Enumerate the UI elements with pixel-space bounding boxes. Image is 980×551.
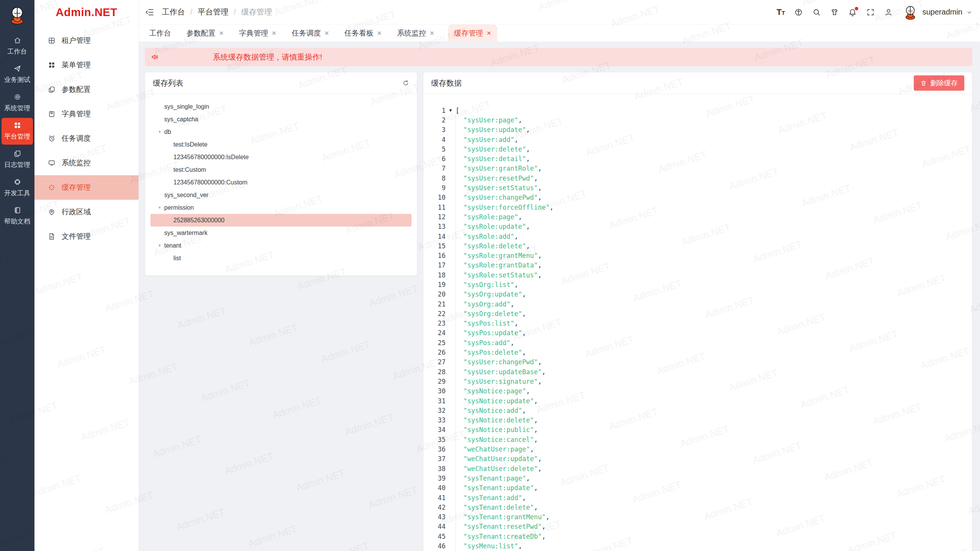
tree-item-label: test:Custom [173, 166, 206, 173]
line-number: 11 [423, 204, 446, 211]
delete-cache-button[interactable]: 删除缓存 [914, 75, 964, 91]
secondary-menu-item[interactable]: 系统监控 [34, 151, 139, 175]
tab-close-icon[interactable]: ✕ [272, 30, 277, 37]
tree-item[interactable]: sys_captcha [150, 113, 412, 126]
code-line: 9 "sysUser:setStatus", [423, 183, 972, 192]
refresh-icon[interactable] [402, 80, 409, 86]
tree-caret-icon[interactable]: ▾ [157, 205, 162, 210]
tree-item[interactable]: sys_wartermark [150, 227, 412, 239]
tree-item[interactable]: 123456780000000:IsDelete [150, 151, 412, 163]
tree-item[interactable]: ▾ db [150, 126, 412, 138]
collapse-menu-icon[interactable] [145, 8, 154, 17]
tree-item[interactable]: test:Custom [150, 163, 412, 176]
line-number: 6 [423, 155, 446, 163]
tab[interactable]: 系统监控 ✕ [395, 24, 436, 42]
breadcrumb-item[interactable]: 工作台 [162, 7, 185, 17]
line-number: 34 [423, 426, 446, 434]
tab[interactable]: 任务调度 ✕ [290, 24, 331, 42]
tree-item[interactable]: ▾ permission [150, 201, 412, 214]
brand-mascot-logo[interactable] [7, 5, 28, 25]
primary-sidebar-item[interactable]: 业务测试 [2, 61, 33, 88]
code-line: 46 "sysMenu:list", [423, 541, 972, 551]
primary-sidebar-item-label: 帮助文档 [4, 217, 30, 226]
tab[interactable]: 任务看板 ✕ [343, 24, 384, 42]
tree-item[interactable]: ▾ tenant [150, 239, 412, 252]
secondary-menu-item[interactable]: 参数配置 [34, 77, 139, 102]
tenant-icon [48, 37, 56, 44]
user-icon[interactable] [884, 8, 893, 16]
tab-label: 任务调度 [292, 28, 321, 38]
theme-icon[interactable] [830, 8, 839, 16]
code-line: 33 "sysNotice:delete", [423, 416, 972, 425]
primary-sidebar-item-label: 工作台 [8, 47, 27, 56]
secondary-menu-item-label: 缓存管理 [62, 183, 91, 192]
tab-close-icon[interactable]: ✕ [487, 30, 492, 37]
mascot-icon [7, 5, 28, 25]
primary-sidebar-item[interactable]: 日志管理 [2, 146, 33, 173]
schedule-icon [48, 135, 56, 142]
code-line: 42 "sysTenant:delete", [423, 502, 972, 512]
fullscreen-icon[interactable] [866, 8, 875, 16]
line-number: 38 [423, 465, 446, 473]
json-viewer[interactable]: 1 ▼ [ 2 "sysUser:page", 3 "sysUser:updat… [423, 94, 972, 551]
tree-item[interactable]: sys_single_login [150, 100, 412, 113]
tab[interactable]: 参数配置 ✕ [185, 24, 226, 42]
notification-bell-icon[interactable] [848, 8, 857, 16]
warning-alert: 系统缓存数据管理，请慎重操作! [145, 48, 972, 66]
line-number: 45 [423, 533, 446, 540]
secondary-sidebar: Admin.NET 租户管理 菜单管理 参数配置 字典管理 任务调度 系统监控 … [34, 0, 139, 551]
tab-close-icon[interactable]: ✕ [324, 30, 329, 37]
home-icon [13, 36, 21, 44]
tree-item[interactable]: 123456780000000:Custom [150, 176, 412, 189]
line-number: 16 [423, 252, 446, 259]
region-icon [48, 208, 56, 216]
user-menu[interactable]: superadmin [902, 4, 972, 20]
primary-sidebar-item[interactable]: 系统管理 [2, 90, 33, 116]
secondary-menu-item[interactable]: 行政区域 [34, 200, 139, 224]
line-number: 19 [423, 281, 446, 289]
line-number: 13 [423, 223, 446, 230]
menu-grid-icon [48, 61, 56, 69]
chevron-down-icon [966, 9, 972, 15]
secondary-menu-item[interactable]: 任务调度 [34, 126, 139, 151]
tree-item[interactable]: sys_second_ver [150, 189, 412, 201]
secondary-menu-item[interactable]: 菜单管理 [34, 53, 139, 77]
tab[interactable]: 缓存管理 ✕ [448, 24, 498, 42]
code-line: 36 "weChatUser:page", [423, 444, 972, 454]
notebook-icon [13, 206, 21, 214]
tab[interactable]: 字典管理 ✕ [237, 24, 279, 42]
line-number: 28 [423, 368, 446, 376]
line-number: 12 [423, 213, 446, 221]
secondary-menu-item[interactable]: 租户管理 [34, 28, 139, 53]
code-line: 23 "sysPos:list", [423, 319, 972, 328]
language-icon[interactable] [794, 8, 803, 16]
code-line: 32 "sysNotice:add", [423, 406, 972, 415]
grid-icon [13, 121, 21, 129]
primary-sidebar-item[interactable]: 平台管理 [2, 118, 33, 145]
primary-sidebar-item[interactable]: 开发工具 [2, 174, 33, 201]
tree-item[interactable]: 252885263000000 [150, 214, 412, 227]
breadcrumb-item[interactable]: 平台管理 [198, 7, 229, 17]
tree-caret-icon[interactable]: ▾ [157, 129, 162, 134]
dict-icon [48, 110, 56, 118]
primary-sidebar-item[interactable]: 工作台 [2, 33, 33, 60]
secondary-menu-item[interactable]: 缓存管理 [34, 175, 139, 200]
font-size-icon[interactable]: TT [776, 8, 785, 16]
secondary-menu-item[interactable]: 文件管理 [34, 224, 139, 249]
alert-text: 系统缓存数据管理，请慎重操作! [213, 52, 322, 62]
line-number: 35 [423, 436, 446, 443]
secondary-menu-item[interactable]: 字典管理 [34, 102, 139, 126]
tree-item[interactable]: test:IsDelete [150, 138, 412, 151]
primary-sidebar-item[interactable]: 帮助文档 [2, 203, 33, 230]
line-number: 3 [423, 126, 446, 134]
tab[interactable]: 工作台 [147, 24, 173, 42]
tab-close-icon[interactable]: ✕ [219, 30, 224, 37]
tree-caret-icon[interactable]: ▾ [157, 243, 162, 248]
primary-sidebar-item-label: 日志管理 [4, 160, 30, 169]
tab-close-icon[interactable]: ✕ [377, 30, 382, 37]
tab-close-icon[interactable]: ✕ [430, 30, 434, 37]
tree-item-label: db [164, 129, 171, 135]
code-line: 44 "sysTenant:resetPwd", [423, 522, 972, 531]
tree-item[interactable]: list [150, 252, 412, 264]
search-icon[interactable] [812, 8, 821, 16]
